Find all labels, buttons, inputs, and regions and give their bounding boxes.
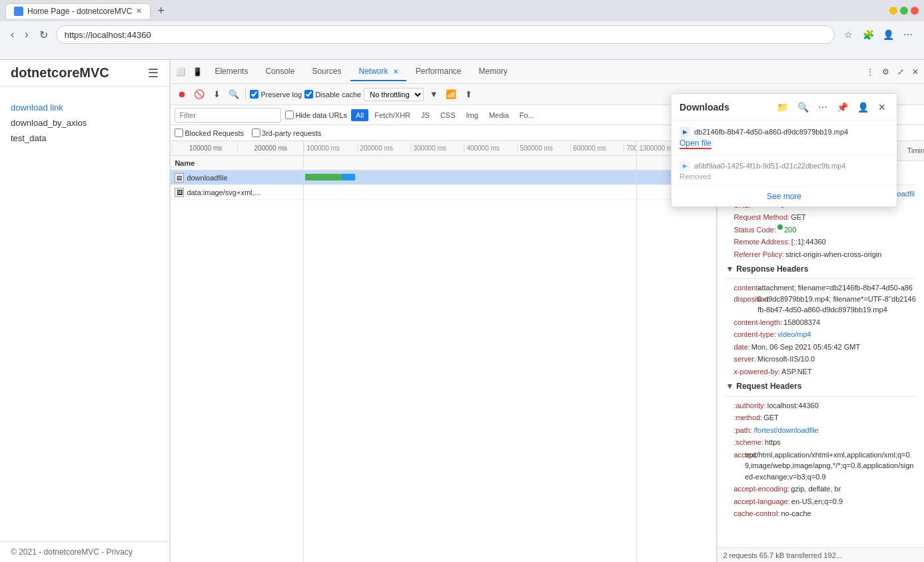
bar-blue [342, 174, 355, 180]
blocked-requests-checkbox[interactable] [175, 129, 183, 137]
devtools-undock-button[interactable]: ⤢ [895, 66, 907, 78]
preserve-log-toggle[interactable]: Preserve log [250, 90, 302, 99]
tab-performance[interactable]: Performance [408, 63, 470, 81]
filter-css[interactable]: CSS [436, 109, 460, 121]
third-party-checkbox[interactable] [252, 129, 260, 137]
network-row-svg[interactable]: 🖼 data:image/svg+xml,... [171, 185, 303, 200]
minimize-button[interactable] [889, 7, 897, 15]
tab-memory[interactable]: Memory [471, 63, 516, 81]
filter-button[interactable]: ⬇ [209, 87, 224, 102]
removed-label: Removed [680, 172, 889, 180]
tab-sources[interactable]: Sources [304, 63, 349, 81]
tab-network[interactable]: Network ✕ [350, 63, 406, 81]
tick-200k: 200000 ms [357, 144, 410, 152]
bar-green [305, 174, 342, 180]
back-button[interactable]: ‹ [8, 27, 17, 42]
authority-row: :authority: localhost:44360 [725, 400, 916, 412]
import-button[interactable]: ⬆ [461, 87, 476, 102]
menu-icon[interactable]: ⋯ [900, 27, 916, 43]
reload-button[interactable]: ↻ [37, 27, 51, 43]
devtools-more-button[interactable]: ⋮ [863, 66, 877, 78]
details-tab-timing[interactable]: Timing [901, 144, 924, 158]
downloads-header: Downloads 📁 🔍 ⋯ 📌 👤 ✕ [672, 94, 897, 121]
downloads-close-button[interactable]: ✕ [875, 101, 889, 114]
downloads-actions: 📁 🔍 ⋯ 📌 👤 ✕ [774, 101, 889, 114]
downloads-search-button[interactable]: 🔍 [795, 101, 811, 114]
tab-favicon [14, 7, 23, 16]
filter-all[interactable]: All [351, 109, 368, 121]
filter-font[interactable]: Fo... [515, 109, 539, 121]
filter-js[interactable]: JS [416, 109, 434, 121]
req-scheme-row: :scheme: https [725, 436, 916, 449]
profile-icon[interactable]: 👤 [880, 27, 896, 43]
tick-600k: 600000 ms [570, 144, 624, 152]
filter-fetch-xhr[interactable]: Fetch/XHR [370, 109, 415, 121]
downloads-more-button[interactable]: ⋯ [815, 101, 830, 114]
extensions-icon[interactable]: 🧩 [860, 27, 876, 43]
req-method-row: :method: GET [725, 412, 916, 424]
tab-elements[interactable]: Elements [207, 63, 256, 81]
timeline-row-1 [304, 170, 636, 185]
test-data-link: test_data [11, 133, 159, 143]
download-item-1-name: ▶ db2146fb-8b47-4d50-a860-d9dc8979bb19.m… [680, 127, 889, 137]
forward-button[interactable]: › [22, 27, 31, 42]
third-party-toggle[interactable]: 3rd-party requests [252, 129, 321, 137]
filter-media[interactable]: Media [484, 109, 514, 121]
downloads-folder-button[interactable]: 📁 [774, 101, 791, 114]
network-row-downloadfile[interactable]: ▤ downloadfile [171, 170, 303, 185]
network-conditions-button[interactable]: 📶 [444, 87, 458, 102]
throttle-dropdown-button[interactable]: ▼ [426, 87, 441, 102]
content-disposition-row: content-disposition: attachment; filenam… [725, 282, 916, 316]
download-by-axios-link: download_by_axios [11, 118, 159, 128]
filter-img[interactable]: Img [462, 109, 483, 121]
browser-tab[interactable]: Home Page - dotnetcoreMVC ✕ [5, 3, 151, 19]
record-button[interactable]: ⏺ [175, 87, 189, 102]
tab-close-button[interactable]: ✕ [136, 7, 142, 15]
network-tab-close[interactable]: ✕ [393, 68, 398, 75]
devtools-inspect-button[interactable]: ⬜ [173, 66, 189, 78]
new-tab-button[interactable]: + [153, 3, 169, 19]
devtools-close-button[interactable]: ✕ [909, 66, 921, 78]
filter-types: All Fetch/XHR JS CSS Img Media Fo... [351, 109, 539, 121]
footer-text: © 2021 - dotnetcoreMVC - Privacy [11, 547, 133, 557]
disable-cache-toggle[interactable]: Disable cache [304, 90, 361, 99]
tick-100k: 100000 ms [304, 144, 357, 152]
see-more-link[interactable]: See more [672, 186, 897, 206]
hamburger-button[interactable]: ☰ [148, 66, 159, 81]
remote-address-row: Remote Address: [::1]:44360 [725, 236, 916, 248]
request-headers-section[interactable]: ▼ Request Headers [725, 378, 916, 396]
maximize-button[interactable] [900, 7, 908, 15]
request-method-row: Request Method: GET [725, 211, 916, 224]
content-length-row: content-length: 158008374 [725, 316, 916, 329]
throttle-select[interactable]: No throttling [364, 88, 424, 101]
open-file-link[interactable]: Open file [680, 139, 711, 149]
bookmark-icon[interactable]: ☆ [840, 27, 856, 43]
devtools-settings-button[interactable]: ⚙ [879, 66, 892, 78]
tab-console[interactable]: Console [257, 63, 302, 81]
hide-data-urls-checkbox[interactable] [285, 111, 294, 119]
disable-cache-checkbox[interactable] [304, 90, 313, 99]
address-input[interactable] [56, 25, 835, 44]
preserve-log-checkbox[interactable] [250, 90, 258, 99]
downloads-profile-button[interactable]: 👤 [855, 101, 871, 114]
filter-input[interactable] [175, 108, 281, 123]
request-toggle-icon: ▼ [725, 380, 733, 393]
open-file-button[interactable]: Open file [680, 139, 711, 148]
tick-400k: 400000 ms [464, 144, 517, 152]
timeline-header: 100000 ms 200000 ms [171, 141, 303, 156]
date-row: date: Mon, 06 Sep 2021 05:45:42 GMT [725, 341, 916, 354]
clear-button[interactable]: 🚫 [192, 87, 207, 102]
close-button[interactable] [911, 7, 919, 15]
devtools-device-button[interactable]: 📱 [190, 66, 205, 78]
image-icon: 🖼 [175, 188, 184, 197]
details-content: ▼ General Request URL: https://localhost… [717, 161, 924, 547]
blocked-requests-toggle[interactable]: Blocked Requests [175, 129, 244, 137]
status-text: 2 requests 65.7 kB transferred 192... [723, 551, 842, 559]
downloads-pin-button[interactable]: 📌 [834, 101, 851, 114]
response-headers-section[interactable]: ▼ Response Headers [725, 260, 916, 279]
server-row: server: Microsoft-IIS/10.0 [725, 353, 916, 366]
downloads-panel: Downloads 📁 🔍 ⋯ 📌 👤 ✕ ▶ db2146fb-8b47-4d… [671, 93, 897, 207]
hide-data-urls-toggle[interactable]: Hide data URLs [285, 111, 347, 119]
download-link[interactable]: download link [11, 103, 159, 113]
search-button[interactable]: 🔍 [227, 87, 241, 102]
